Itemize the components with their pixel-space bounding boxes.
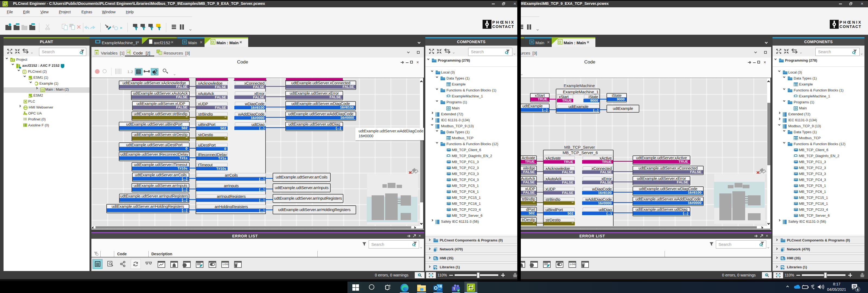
svg-text:PHŒNIX: PHŒNIX (492, 20, 514, 24)
svg-text:PHŒNIX: PHŒNIX (839, 20, 861, 24)
svg-text:CONTACT: CONTACT (492, 24, 514, 29)
svg-text:T: T (453, 287, 456, 291)
svg-text:CONTACT: CONTACT (839, 24, 861, 29)
